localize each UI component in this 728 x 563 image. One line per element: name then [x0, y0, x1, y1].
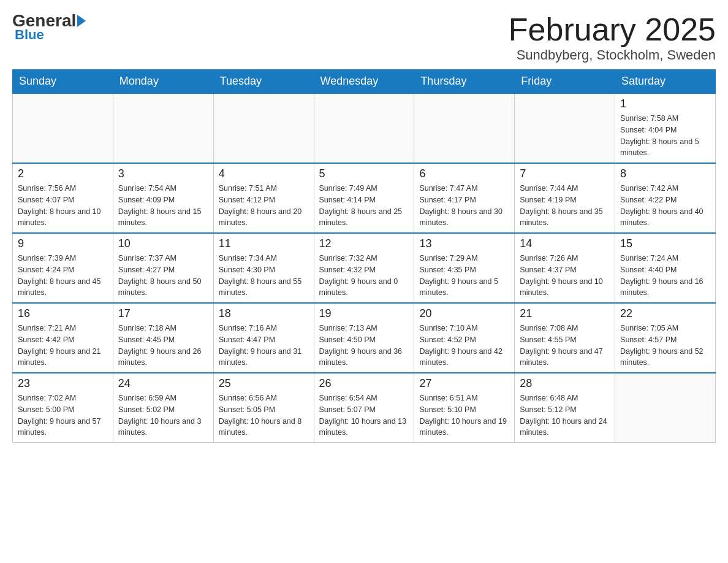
col-thursday: Thursday: [414, 70, 515, 94]
day-number: 2: [18, 167, 108, 180]
calendar-cell: 22Sunrise: 7:05 AMSunset: 4:57 PMDayligh…: [615, 303, 716, 373]
day-number: 26: [319, 377, 409, 390]
calendar-cell: [113, 93, 213, 163]
calendar-cell: 14Sunrise: 7:26 AMSunset: 4:37 PMDayligh…: [515, 233, 615, 303]
day-info: Sunrise: 7:16 AMSunset: 4:47 PMDaylight:…: [219, 323, 309, 369]
col-saturday: Saturday: [615, 70, 716, 94]
day-number: 18: [219, 307, 309, 320]
col-sunday: Sunday: [13, 70, 113, 94]
logo-arrow-icon: [77, 15, 86, 27]
calendar-table: Sunday Monday Tuesday Wednesday Thursday…: [12, 69, 716, 443]
day-number: 9: [18, 237, 108, 250]
calendar-cell: 28Sunrise: 6:48 AMSunset: 5:12 PMDayligh…: [515, 373, 615, 443]
calendar-cell: 10Sunrise: 7:37 AMSunset: 4:27 PMDayligh…: [113, 233, 213, 303]
day-number: 4: [219, 167, 309, 180]
calendar-cell: 8Sunrise: 7:42 AMSunset: 4:22 PMDaylight…: [615, 163, 716, 233]
day-info: Sunrise: 7:05 AMSunset: 4:57 PMDaylight:…: [620, 323, 710, 369]
day-info: Sunrise: 7:13 AMSunset: 4:50 PMDaylight:…: [319, 323, 409, 369]
day-number: 21: [520, 307, 610, 320]
day-info: Sunrise: 7:34 AMSunset: 4:30 PMDaylight:…: [219, 253, 309, 299]
day-number: 20: [419, 307, 509, 320]
day-number: 17: [118, 307, 208, 320]
calendar-cell: 27Sunrise: 6:51 AMSunset: 5:10 PMDayligh…: [414, 373, 515, 443]
day-number: 3: [118, 167, 208, 180]
day-info: Sunrise: 7:21 AMSunset: 4:42 PMDaylight:…: [18, 323, 108, 369]
day-info: Sunrise: 6:48 AMSunset: 5:12 PMDaylight:…: [520, 393, 610, 439]
calendar-cell: 13Sunrise: 7:29 AMSunset: 4:35 PMDayligh…: [414, 233, 515, 303]
calendar-cell: 20Sunrise: 7:10 AMSunset: 4:52 PMDayligh…: [414, 303, 515, 373]
day-number: 10: [118, 237, 208, 250]
calendar-cell: [213, 93, 314, 163]
day-info: Sunrise: 6:51 AMSunset: 5:10 PMDaylight:…: [419, 393, 509, 439]
calendar-cell: 7Sunrise: 7:44 AMSunset: 4:19 PMDaylight…: [515, 163, 615, 233]
calendar-cell: 5Sunrise: 7:49 AMSunset: 4:14 PMDaylight…: [314, 163, 414, 233]
col-friday: Friday: [515, 70, 615, 94]
calendar-cell: 9Sunrise: 7:39 AMSunset: 4:24 PMDaylight…: [13, 233, 113, 303]
calendar-cell: [13, 93, 113, 163]
calendar-cell: 3Sunrise: 7:54 AMSunset: 4:09 PMDaylight…: [113, 163, 213, 233]
day-info: Sunrise: 7:32 AMSunset: 4:32 PMDaylight:…: [319, 253, 409, 299]
calendar-cell: 19Sunrise: 7:13 AMSunset: 4:50 PMDayligh…: [314, 303, 414, 373]
calendar-cell: 4Sunrise: 7:51 AMSunset: 4:12 PMDaylight…: [213, 163, 314, 233]
day-number: 16: [18, 307, 108, 320]
day-info: Sunrise: 7:49 AMSunset: 4:14 PMDaylight:…: [319, 183, 409, 229]
day-info: Sunrise: 7:44 AMSunset: 4:19 PMDaylight:…: [520, 183, 610, 229]
day-number: 25: [219, 377, 309, 390]
calendar-cell: [515, 93, 615, 163]
day-info: Sunrise: 6:54 AMSunset: 5:07 PMDaylight:…: [319, 393, 409, 439]
calendar-cell: 2Sunrise: 7:56 AMSunset: 4:07 PMDaylight…: [13, 163, 113, 233]
calendar-cell: 21Sunrise: 7:08 AMSunset: 4:55 PMDayligh…: [515, 303, 615, 373]
day-info: Sunrise: 7:18 AMSunset: 4:45 PMDaylight:…: [118, 323, 208, 369]
calendar-cell: 26Sunrise: 6:54 AMSunset: 5:07 PMDayligh…: [314, 373, 414, 443]
day-info: Sunrise: 7:42 AMSunset: 4:22 PMDaylight:…: [620, 183, 710, 229]
day-number: 7: [520, 167, 610, 180]
day-info: Sunrise: 7:39 AMSunset: 4:24 PMDaylight:…: [18, 253, 108, 299]
day-info: Sunrise: 7:54 AMSunset: 4:09 PMDaylight:…: [118, 183, 208, 229]
day-info: Sunrise: 6:56 AMSunset: 5:05 PMDaylight:…: [219, 393, 309, 439]
calendar-cell: [314, 93, 414, 163]
day-number: 14: [520, 237, 610, 250]
month-title: February 2025: [509, 12, 716, 47]
day-info: Sunrise: 7:08 AMSunset: 4:55 PMDaylight:…: [520, 323, 610, 369]
day-info: Sunrise: 7:24 AMSunset: 4:40 PMDaylight:…: [620, 253, 710, 299]
logo-text-blue: Blue: [15, 27, 44, 43]
day-number: 8: [620, 167, 710, 180]
calendar-cell: 24Sunrise: 6:59 AMSunset: 5:02 PMDayligh…: [113, 373, 213, 443]
day-info: Sunrise: 7:58 AMSunset: 4:04 PMDaylight:…: [620, 113, 710, 159]
calendar-cell: 18Sunrise: 7:16 AMSunset: 4:47 PMDayligh…: [213, 303, 314, 373]
col-tuesday: Tuesday: [213, 70, 314, 94]
day-number: 5: [319, 167, 409, 180]
day-number: 22: [620, 307, 710, 320]
calendar-cell: [414, 93, 515, 163]
calendar-cell: 15Sunrise: 7:24 AMSunset: 4:40 PMDayligh…: [615, 233, 716, 303]
day-info: Sunrise: 7:26 AMSunset: 4:37 PMDaylight:…: [520, 253, 610, 299]
calendar-cell: 23Sunrise: 7:02 AMSunset: 5:00 PMDayligh…: [13, 373, 113, 443]
logo: General Blue: [12, 12, 86, 43]
day-info: Sunrise: 7:56 AMSunset: 4:07 PMDaylight:…: [18, 183, 108, 229]
day-info: Sunrise: 7:51 AMSunset: 4:12 PMDaylight:…: [219, 183, 309, 229]
calendar-week-4: 16Sunrise: 7:21 AMSunset: 4:42 PMDayligh…: [13, 303, 716, 373]
calendar-week-5: 23Sunrise: 7:02 AMSunset: 5:00 PMDayligh…: [13, 373, 716, 443]
calendar-cell: 1Sunrise: 7:58 AMSunset: 4:04 PMDaylight…: [615, 93, 716, 163]
day-number: 24: [118, 377, 208, 390]
day-number: 12: [319, 237, 409, 250]
calendar-week-2: 2Sunrise: 7:56 AMSunset: 4:07 PMDaylight…: [13, 163, 716, 233]
day-number: 23: [18, 377, 108, 390]
calendar-week-1: 1Sunrise: 7:58 AMSunset: 4:04 PMDaylight…: [13, 93, 716, 163]
day-number: 11: [219, 237, 309, 250]
calendar-week-3: 9Sunrise: 7:39 AMSunset: 4:24 PMDaylight…: [13, 233, 716, 303]
page-header: General Blue February 2025 Sundbyberg, S…: [12, 12, 716, 63]
day-number: 27: [419, 377, 509, 390]
calendar-cell: 17Sunrise: 7:18 AMSunset: 4:45 PMDayligh…: [113, 303, 213, 373]
day-number: 6: [419, 167, 509, 180]
day-number: 19: [319, 307, 409, 320]
day-info: Sunrise: 7:29 AMSunset: 4:35 PMDaylight:…: [419, 253, 509, 299]
calendar-cell: 16Sunrise: 7:21 AMSunset: 4:42 PMDayligh…: [13, 303, 113, 373]
day-info: Sunrise: 7:10 AMSunset: 4:52 PMDaylight:…: [419, 323, 509, 369]
col-wednesday: Wednesday: [314, 70, 414, 94]
calendar-cell: 25Sunrise: 6:56 AMSunset: 5:05 PMDayligh…: [213, 373, 314, 443]
day-number: 15: [620, 237, 710, 250]
calendar-header-row: Sunday Monday Tuesday Wednesday Thursday…: [13, 70, 716, 94]
col-monday: Monday: [113, 70, 213, 94]
location: Sundbyberg, Stockholm, Sweden: [509, 47, 716, 63]
